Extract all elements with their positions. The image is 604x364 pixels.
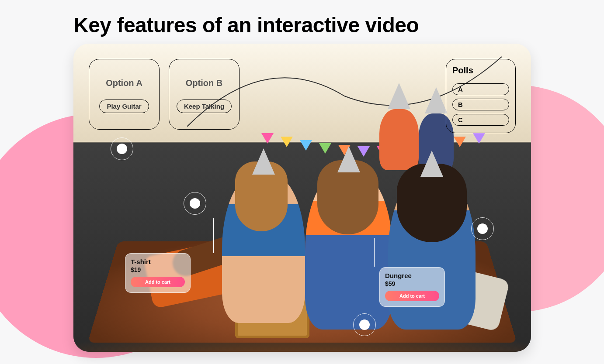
- branch-option-b-label: Option B: [186, 78, 222, 88]
- product-2-name: Dungree: [385, 272, 439, 279]
- branch-option-a-card: Option A Play Guitar: [89, 59, 160, 130]
- poll-option-b[interactable]: B: [452, 99, 509, 110]
- product-2-add-to-cart[interactable]: Add to cart: [385, 291, 439, 301]
- branch-option-a-label: Option A: [106, 78, 142, 88]
- product-card-tshirt: T-shirt $19 Add to cart: [125, 253, 191, 293]
- product-2-leader-h: [73, 44, 79, 45]
- hotspot-2[interactable]: [184, 192, 206, 215]
- poll-option-a[interactable]: A: [452, 83, 509, 95]
- interactive-video-frame: Option A Play Guitar Option B Keep Talki…: [73, 44, 531, 352]
- branch-option-b-button[interactable]: Keep Talking: [177, 100, 232, 113]
- poll-option-c[interactable]: C: [452, 114, 509, 126]
- scene-person-1: [222, 175, 305, 323]
- polls-title: Polls: [452, 65, 509, 76]
- product-1-leader: [213, 218, 214, 253]
- product-2-leader: [374, 238, 375, 267]
- scene-person-back-1: [379, 109, 419, 170]
- hotspot-4[interactable]: [353, 313, 376, 336]
- product-2-price: $59: [385, 280, 439, 287]
- bunting-flag: [281, 137, 293, 147]
- product-1-price: $19: [131, 266, 185, 273]
- bunting-flag: [319, 143, 331, 154]
- hotspot-3[interactable]: [471, 217, 494, 240]
- product-1-add-to-cart[interactable]: Add to cart: [131, 277, 185, 287]
- scene-person-2: [305, 172, 392, 330]
- bunting-flag: [454, 137, 466, 147]
- product-card-dungree: Dungree $59 Add to cart: [379, 267, 445, 307]
- polls-card: Polls A B C: [446, 59, 516, 133]
- bunting-flag: [261, 133, 274, 144]
- bunting-flag: [300, 140, 312, 151]
- product-1-name: T-shirt: [131, 258, 185, 265]
- branch-option-a-button[interactable]: Play Guitar: [99, 100, 149, 113]
- bunting-flag: [473, 133, 485, 144]
- hotspot-1[interactable]: [111, 137, 133, 160]
- page-title: Key features of an interactive video: [73, 13, 419, 37]
- branch-option-b-card: Option B Keep Talking: [169, 59, 240, 130]
